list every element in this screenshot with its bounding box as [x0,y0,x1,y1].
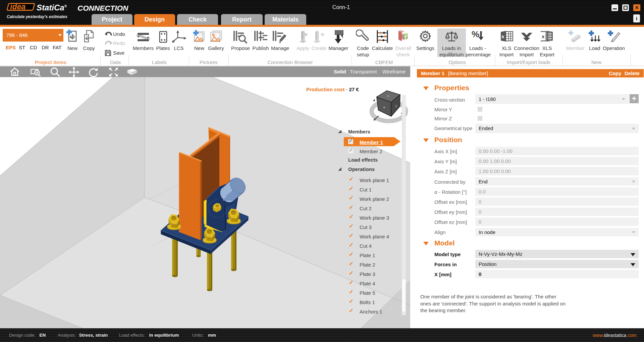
svg-text:x: x [501,34,504,39]
svg-text:-z: -z [387,94,389,98]
svg-text:x: x [542,34,545,39]
svg-text:%: % [472,31,479,39]
svg-text:-x: -x [383,106,385,109]
